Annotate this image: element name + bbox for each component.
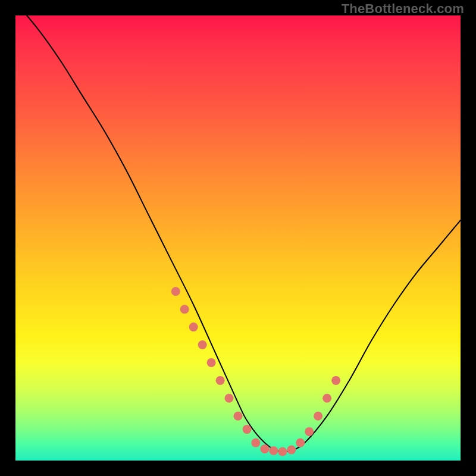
curve-svg xyxy=(15,15,461,461)
highlight-dot xyxy=(189,322,198,331)
highlight-dot xyxy=(171,287,180,296)
highlight-dot xyxy=(314,412,322,421)
highlight-dot xyxy=(198,340,207,349)
highlight-dot xyxy=(322,394,331,403)
highlight-dot xyxy=(305,427,314,436)
chart-frame: TheBottleneck.com xyxy=(0,0,476,476)
highlight-dot xyxy=(296,439,305,447)
highlight-dot xyxy=(251,439,260,447)
watermark-text: TheBottleneck.com xyxy=(342,1,464,17)
highlight-dot xyxy=(287,446,296,455)
highlight-dot xyxy=(260,444,269,453)
highlight-dot xyxy=(225,394,234,403)
highlight-dot xyxy=(331,376,340,385)
plot-area xyxy=(15,15,461,461)
bottleneck-curve xyxy=(15,2,461,452)
highlight-dot xyxy=(269,446,278,455)
highlight-dot xyxy=(243,425,252,434)
highlight-dot xyxy=(180,305,189,314)
highlight-dot xyxy=(207,358,216,367)
highlight-dot xyxy=(216,376,225,385)
highlight-dot xyxy=(278,447,287,456)
highlight-dot xyxy=(234,412,243,421)
